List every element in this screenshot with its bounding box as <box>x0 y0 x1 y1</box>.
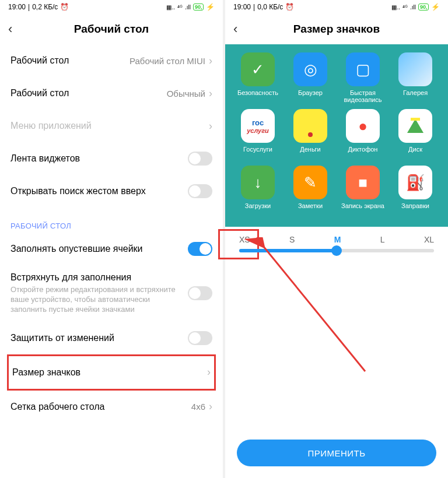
app-icon <box>293 109 327 143</box>
app-icon: госуслуги <box>241 109 275 143</box>
toggle-widget-feed[interactable] <box>188 152 212 166</box>
status-time: 19:00 <box>233 3 251 11</box>
app-icon: ▢ <box>346 52 380 86</box>
chevron-right-icon: › <box>209 120 212 132</box>
row-mode[interactable]: Рабочий стол Обычный › <box>10 77 212 110</box>
row-label: Защитить от изменений <box>10 333 114 343</box>
app-label: Госуслуги <box>243 146 272 160</box>
row-value: Обычный <box>167 89 205 99</box>
row-launcher[interactable]: Рабочий стол Рабочий стол MIUI › <box>10 44 212 77</box>
status-bar: 19:00 | 0,0 КБ/с ⏰ ▦.. ⁴ᴳ .ıll 90ˌ ⚡ <box>225 0 448 14</box>
back-button[interactable]: ‹ <box>233 22 237 37</box>
chevron-right-icon: › <box>209 400 212 413</box>
app-label: Деньги <box>300 146 321 160</box>
signal-bars-icon: .ıll <box>185 4 191 10</box>
chevron-right-icon: › <box>209 55 212 67</box>
alarm-icon: ⏰ <box>60 3 69 11</box>
page-title: Размер значков <box>293 23 380 36</box>
app-Быстрая видеозапись[interactable]: ▢Быстрая видеозапись <box>338 52 387 103</box>
size-picker: XSSMLXL <box>225 227 448 261</box>
signal-4g-icon: ⁴ᴳ <box>402 4 408 10</box>
icon-size-screen: 19:00 | 0,0 КБ/с ⏰ ▦.. ⁴ᴳ .ıll 90ˌ ⚡ ‹ Р… <box>225 0 448 478</box>
row-fill-cells[interactable]: Заполнять опустевшие ячейки <box>10 233 212 265</box>
app-label: Запись экрана <box>341 202 384 216</box>
app-icon <box>398 52 432 86</box>
highlight-annotation-xs <box>218 229 259 259</box>
app-Браузер[interactable]: ◎Браузер <box>286 52 335 103</box>
row-widget-feed[interactable]: Лента виджетов <box>10 142 212 175</box>
row-label: Размер значков <box>12 367 80 378</box>
signal-bars-icon: .ıll <box>410 4 416 10</box>
svg-line-0 <box>263 246 365 371</box>
section-label: РАБОЧИЙ СТОЛ <box>10 222 212 230</box>
alarm-icon: ⏰ <box>285 3 294 11</box>
app-label: Галерея <box>403 89 428 103</box>
app-icon: ● <box>346 109 380 143</box>
app-Загрузки[interactable]: ↓Загрузки <box>233 166 282 216</box>
toggle-shake-fill[interactable] <box>188 286 212 300</box>
app-label: Браузер <box>298 89 323 103</box>
app-Заправки[interactable]: ⛽Заправки <box>391 166 440 216</box>
size-option-l[interactable]: L <box>380 235 385 244</box>
app-Галерея[interactable]: Галерея <box>391 52 440 103</box>
row-label: Встряхнуть для заполнения <box>10 272 188 283</box>
arrow-annotation <box>237 237 388 400</box>
app-icon: ↓ <box>241 166 275 199</box>
size-option-s[interactable]: S <box>289 235 295 244</box>
app-icon <box>398 109 432 143</box>
app-label: Загрузки <box>245 202 271 216</box>
header: ‹ Рабочий стол <box>0 14 223 44</box>
row-value: 4x6 <box>191 402 205 412</box>
row-shake-fill[interactable]: Встряхнуть для заполнения Откройте режим… <box>10 265 212 322</box>
row-label: Меню приложений <box>10 121 92 131</box>
row-grid[interactable]: Сетка рабочего стола 4x6 › <box>10 391 212 423</box>
app-Заметки[interactable]: ✎Заметки <box>286 166 335 216</box>
battery-icon: 90ˌ <box>418 3 429 10</box>
size-option-xl[interactable]: XL <box>424 235 434 244</box>
charging-icon: ⚡ <box>431 3 440 11</box>
row-swipe-search[interactable]: Открывать поиск жестом вверх <box>10 175 212 208</box>
app-label: Заправки <box>401 202 429 216</box>
chevron-right-icon: › <box>209 87 212 100</box>
app-label: Диск <box>408 146 422 160</box>
status-traffic: 0,2 КБ/с <box>32 3 58 11</box>
row-label: Рабочий стол <box>10 55 69 66</box>
battery-icon: 90ˌ <box>193 3 204 10</box>
status-bar: 19:00 | 0,2 КБ/с ⏰ ▦.. ⁴ᴳ .ıll 90ˌ ⚡ <box>0 0 223 14</box>
row-label: Открывать поиск жестом вверх <box>10 186 146 196</box>
slider-fill <box>239 249 337 252</box>
row-value: Рабочий стол MIUI <box>130 56 205 66</box>
app-Деньги[interactable]: Деньги <box>286 109 335 160</box>
toggle-swipe-search[interactable] <box>188 184 212 198</box>
row-label: Заполнять опустевшие ячейки <box>10 244 143 254</box>
row-lock-layout[interactable]: Защитить от изменений <box>10 322 212 354</box>
cards-icon: ▦.. <box>166 4 175 10</box>
chevron-right-icon: › <box>207 366 211 378</box>
size-slider[interactable] <box>239 249 434 252</box>
page-title: Рабочий стол <box>74 23 149 36</box>
row-app-drawer: Меню приложений › <box>10 110 212 142</box>
toggle-lock-layout[interactable] <box>188 331 212 345</box>
size-option-m[interactable]: M <box>334 235 341 244</box>
app-Диск[interactable]: Диск <box>391 109 440 160</box>
app-icon: ✓ <box>241 52 275 86</box>
slider-thumb[interactable] <box>331 245 342 256</box>
row-subtitle: Откройте режим редактирования и встряхни… <box>10 285 188 315</box>
back-button[interactable]: ‹ <box>8 22 12 37</box>
apply-button[interactable]: ПРИМЕНИТЬ <box>237 440 436 466</box>
apply-label: ПРИМЕНИТЬ <box>307 448 365 458</box>
toggle-fill-cells[interactable] <box>188 242 212 256</box>
app-Запись экрана[interactable]: ■Запись экрана <box>338 166 387 216</box>
cards-icon: ▦.. <box>391 4 400 10</box>
row-label: Сетка рабочего стола <box>10 402 104 412</box>
app-Госуслуги[interactable]: госуслугиГосуслуги <box>233 109 282 160</box>
icon-preview: ✓Безопасность◎Браузер▢Быстрая видеозапис… <box>225 44 448 227</box>
row-icon-size[interactable]: Размер значков › <box>12 356 211 389</box>
app-Диктофон[interactable]: ●Диктофон <box>338 109 387 160</box>
size-option-xs[interactable]: XS <box>239 235 250 244</box>
status-traffic: 0,0 КБ/с <box>257 3 283 11</box>
app-icon: ◎ <box>293 52 327 86</box>
app-icon: ⛽ <box>398 166 432 199</box>
row-label: Лента виджетов <box>10 153 80 164</box>
app-Безопасность[interactable]: ✓Безопасность <box>233 52 282 103</box>
